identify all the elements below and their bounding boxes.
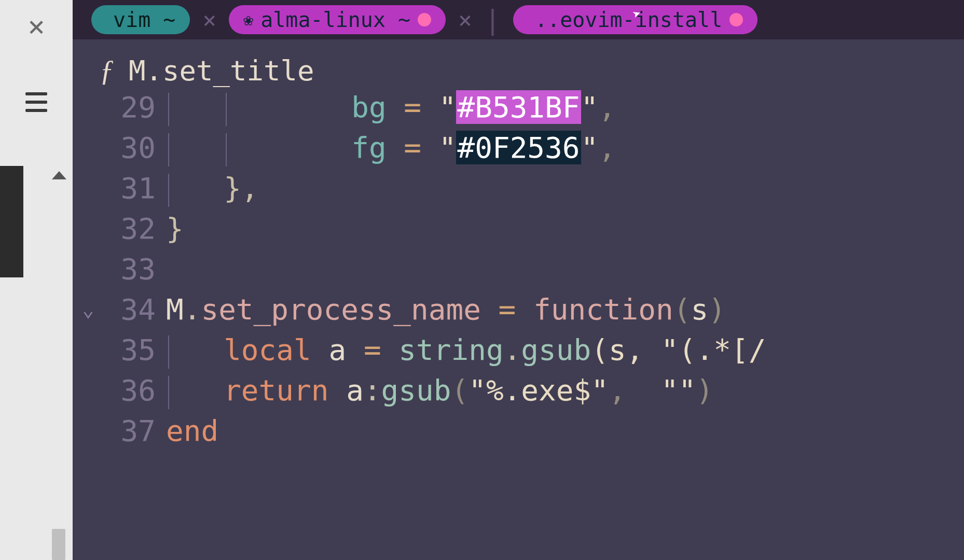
tab-label: alma-linux ~ [260,8,410,32]
indent-guide [168,93,169,126]
code-content[interactable]: }, [166,168,259,208]
code-line[interactable]: ⌄34M.set_process_name = function(s) [73,289,964,330]
modified-dot-icon [418,13,431,26]
fold-gutter[interactable]: ⌄ [73,289,104,330]
indent-guide [226,133,227,166]
line-number: 31 [104,168,166,208]
tab-close-icon[interactable]: × [458,7,472,33]
code-line[interactable]: 30 fg = "#0F2536", [73,128,964,168]
code-line[interactable]: 29 bg = "#B531BF", [73,87,964,128]
modified-dot-icon [729,13,743,26]
line-number: 33 [104,249,166,289]
hamburger-icon[interactable] [25,92,47,112]
tab-close-icon[interactable]: × [202,7,216,33]
code-line[interactable]: 36 return a:gsub("%.exe$", "") [73,370,964,411]
code-content[interactable]: return a:gsub("%.exe$", "") [166,370,713,411]
indent-guide [168,133,169,166]
flower-icon: ❀ [243,10,253,30]
code-content[interactable]: bg = "#B531BF", [166,87,616,128]
tab-label: ..eovim-install [535,8,722,32]
scrollbar-thumb[interactable] [52,529,65,560]
line-number: 37 [104,411,166,451]
indent-guide [226,93,227,126]
line-number: 35 [104,330,166,370]
tab-label: vim ~ [113,8,175,32]
tab-bar: vim ~ × ❀ alma-linux ~ × | ..eovim-insta… [73,0,964,39]
line-number: 34 [104,289,166,330]
indent-guide [168,376,169,409]
code-line[interactable]: 32} [73,208,964,249]
code-content[interactable]: } [166,208,184,249]
tab-alma-linux[interactable]: ❀ alma-linux ~ [229,5,446,34]
close-icon[interactable]: × [27,9,45,43]
code-line[interactable]: 35 local a = string.gsub(s, "(.*[/ [73,330,964,370]
line-number: 32 [104,208,166,249]
breadcrumb-path: M.set_title [129,54,314,87]
indent-guide [168,335,169,369]
line-number: 36 [104,370,166,411]
breadcrumb[interactable]: ƒ M.set_title [73,54,964,87]
line-number: 30 [104,128,166,168]
line-number: 29 [104,87,166,128]
code-line[interactable]: 33 [73,249,964,289]
tab-separator: | [485,4,501,35]
code-line[interactable]: 31 }, [73,168,964,208]
left-dark-panel [0,166,23,277]
editor-pane: vim ~ × ❀ alma-linux ~ × | ..eovim-insta… [73,0,964,560]
code-area[interactable]: ƒ M.set_title 29 bg = "#B531BF",30 fg = … [73,39,964,560]
function-icon: ƒ [100,54,114,87]
indent-guide [168,174,169,207]
app-left-rail: × [0,0,73,560]
scroll-up-icon[interactable] [52,171,66,179]
code-content[interactable]: end [166,411,218,451]
code-line[interactable]: 37end [73,411,964,451]
code-content[interactable]: M.set_process_name = function(s) [166,289,726,330]
code-content[interactable]: local a = string.gsub(s, "(.*[/ [166,330,766,370]
tab-vim[interactable]: vim ~ [91,5,190,34]
code-content[interactable]: fg = "#0F2536", [166,128,616,168]
